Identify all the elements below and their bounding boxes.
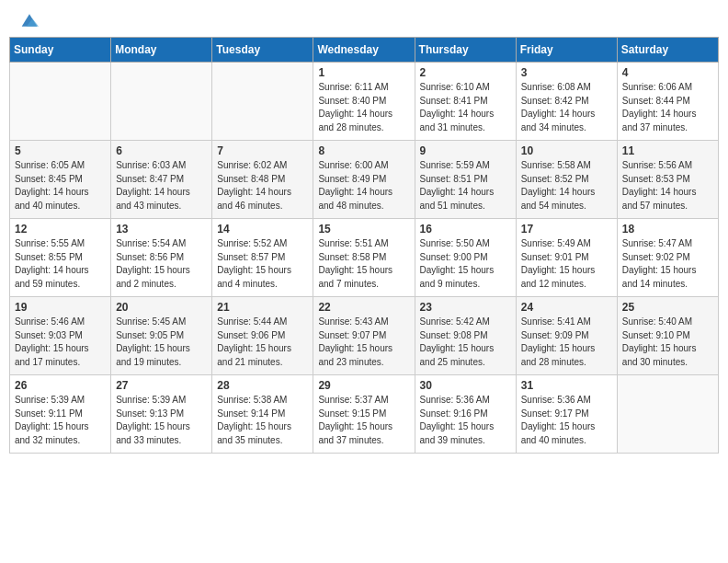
day-info: Sunrise: 5:36 AMSunset: 9:16 PMDaylight:… <box>420 394 511 447</box>
day-number: 23 <box>420 301 511 314</box>
calendar-cell: 1Sunrise: 6:11 AMSunset: 8:40 PMDaylight… <box>313 63 415 141</box>
calendar-cell: 16Sunrise: 5:50 AMSunset: 9:00 PMDayligh… <box>415 219 516 297</box>
day-number: 8 <box>318 144 409 157</box>
logo-icon <box>20 11 39 29</box>
day-info: Sunrise: 5:45 AMSunset: 9:05 PMDaylight:… <box>116 316 207 369</box>
day-number: 29 <box>318 379 409 392</box>
day-number: 27 <box>116 379 207 392</box>
calendar-cell: 22Sunrise: 5:43 AMSunset: 9:07 PMDayligh… <box>313 297 415 375</box>
day-number: 21 <box>217 301 308 314</box>
calendar-cell <box>10 63 111 141</box>
calendar-week-row: 26Sunrise: 5:39 AMSunset: 9:11 PMDayligh… <box>10 375 719 454</box>
day-info: Sunrise: 5:59 AMSunset: 8:51 PMDaylight:… <box>420 159 511 213</box>
calendar-cell: 24Sunrise: 5:41 AMSunset: 9:09 PMDayligh… <box>516 297 617 375</box>
day-info: Sunrise: 5:51 AMSunset: 8:58 PMDaylight:… <box>318 237 409 291</box>
calendar-cell: 26Sunrise: 5:39 AMSunset: 9:11 PMDayligh… <box>10 375 111 454</box>
day-number: 20 <box>116 301 207 314</box>
day-info: Sunrise: 5:39 AMSunset: 9:13 PMDaylight:… <box>116 394 207 447</box>
day-info: Sunrise: 5:41 AMSunset: 9:09 PMDaylight:… <box>521 316 612 369</box>
day-info: Sunrise: 5:36 AMSunset: 9:17 PMDaylight:… <box>521 394 612 447</box>
calendar-cell: 13Sunrise: 5:54 AMSunset: 8:56 PMDayligh… <box>111 219 212 297</box>
day-info: Sunrise: 6:08 AMSunset: 8:42 PMDaylight:… <box>521 81 612 134</box>
day-info: Sunrise: 6:00 AMSunset: 8:49 PMDaylight:… <box>318 159 409 213</box>
column-header-sunday: Sunday <box>10 38 111 63</box>
day-info: Sunrise: 6:03 AMSunset: 8:47 PMDaylight:… <box>116 159 207 213</box>
day-number: 5 <box>15 144 106 157</box>
day-info: Sunrise: 5:44 AMSunset: 9:06 PMDaylight:… <box>217 316 308 369</box>
calendar-cell: 18Sunrise: 5:47 AMSunset: 9:02 PMDayligh… <box>617 219 718 297</box>
day-info: Sunrise: 5:56 AMSunset: 8:53 PMDaylight:… <box>622 159 713 213</box>
day-number: 18 <box>622 223 713 236</box>
column-header-friday: Friday <box>516 38 617 63</box>
calendar-cell: 9Sunrise: 5:59 AMSunset: 8:51 PMDaylight… <box>415 141 516 219</box>
day-info: Sunrise: 5:39 AMSunset: 9:11 PMDaylight:… <box>15 394 106 447</box>
calendar-cell: 6Sunrise: 6:03 AMSunset: 8:47 PMDaylight… <box>111 141 212 219</box>
calendar-cell: 28Sunrise: 5:38 AMSunset: 9:14 PMDayligh… <box>212 375 313 454</box>
day-info: Sunrise: 6:06 AMSunset: 8:44 PMDaylight:… <box>622 81 713 134</box>
day-info: Sunrise: 5:43 AMSunset: 9:07 PMDaylight:… <box>318 316 409 369</box>
day-number: 16 <box>420 223 511 236</box>
calendar-cell: 17Sunrise: 5:49 AMSunset: 9:01 PMDayligh… <box>516 219 617 297</box>
day-number: 1 <box>318 66 409 79</box>
day-info: Sunrise: 5:46 AMSunset: 9:03 PMDaylight:… <box>15 316 106 369</box>
calendar-cell <box>617 375 718 454</box>
calendar-cell: 25Sunrise: 5:40 AMSunset: 9:10 PMDayligh… <box>617 297 718 375</box>
calendar-cell: 19Sunrise: 5:46 AMSunset: 9:03 PMDayligh… <box>10 297 111 375</box>
day-number: 6 <box>116 144 207 157</box>
day-number: 3 <box>521 66 612 79</box>
day-number: 24 <box>521 301 612 314</box>
day-number: 11 <box>622 144 713 157</box>
day-number: 12 <box>15 223 106 236</box>
calendar-cell: 4Sunrise: 6:06 AMSunset: 8:44 PMDaylight… <box>617 63 718 141</box>
calendar-week-row: 12Sunrise: 5:55 AMSunset: 8:55 PMDayligh… <box>10 219 719 297</box>
day-number: 30 <box>420 379 511 392</box>
day-info: Sunrise: 5:55 AMSunset: 8:55 PMDaylight:… <box>15 237 106 291</box>
calendar-cell: 2Sunrise: 6:10 AMSunset: 8:41 PMDaylight… <box>415 63 516 141</box>
calendar-cell: 29Sunrise: 5:37 AMSunset: 9:15 PMDayligh… <box>313 375 415 454</box>
day-info: Sunrise: 6:02 AMSunset: 8:48 PMDaylight:… <box>217 159 308 213</box>
column-header-monday: Monday <box>111 38 212 63</box>
day-number: 19 <box>15 301 106 314</box>
day-info: Sunrise: 5:58 AMSunset: 8:52 PMDaylight:… <box>521 159 612 213</box>
day-number: 7 <box>217 144 308 157</box>
day-info: Sunrise: 6:11 AMSunset: 8:40 PMDaylight:… <box>318 81 409 134</box>
day-number: 10 <box>521 144 612 157</box>
calendar-cell: 12Sunrise: 5:55 AMSunset: 8:55 PMDayligh… <box>10 219 111 297</box>
calendar-table: SundayMondayTuesdayWednesdayThursdayFrid… <box>9 37 719 454</box>
day-number: 15 <box>318 223 409 236</box>
calendar-cell: 10Sunrise: 5:58 AMSunset: 8:52 PMDayligh… <box>516 141 617 219</box>
day-info: Sunrise: 5:42 AMSunset: 9:08 PMDaylight:… <box>420 316 511 369</box>
calendar-cell: 7Sunrise: 6:02 AMSunset: 8:48 PMDaylight… <box>212 141 313 219</box>
day-info: Sunrise: 6:10 AMSunset: 8:41 PMDaylight:… <box>420 81 511 134</box>
page-header <box>0 0 728 33</box>
column-header-thursday: Thursday <box>415 38 516 63</box>
calendar-cell: 14Sunrise: 5:52 AMSunset: 8:57 PMDayligh… <box>212 219 313 297</box>
calendar-cell: 27Sunrise: 5:39 AMSunset: 9:13 PMDayligh… <box>111 375 212 454</box>
column-header-wednesday: Wednesday <box>313 38 415 63</box>
logo <box>18 11 39 29</box>
calendar-cell: 30Sunrise: 5:36 AMSunset: 9:16 PMDayligh… <box>415 375 516 454</box>
calendar-cell: 3Sunrise: 6:08 AMSunset: 8:42 PMDaylight… <box>516 63 617 141</box>
day-number: 31 <box>521 379 612 392</box>
day-info: Sunrise: 5:37 AMSunset: 9:15 PMDaylight:… <box>318 394 409 447</box>
calendar-week-row: 1Sunrise: 6:11 AMSunset: 8:40 PMDaylight… <box>10 63 719 141</box>
calendar-cell: 21Sunrise: 5:44 AMSunset: 9:06 PMDayligh… <box>212 297 313 375</box>
calendar-cell: 11Sunrise: 5:56 AMSunset: 8:53 PMDayligh… <box>617 141 718 219</box>
calendar-cell: 15Sunrise: 5:51 AMSunset: 8:58 PMDayligh… <box>313 219 415 297</box>
day-number: 22 <box>318 301 409 314</box>
calendar-cell: 23Sunrise: 5:42 AMSunset: 9:08 PMDayligh… <box>415 297 516 375</box>
day-info: Sunrise: 5:50 AMSunset: 9:00 PMDaylight:… <box>420 237 511 291</box>
day-number: 25 <box>622 301 713 314</box>
day-info: Sunrise: 5:49 AMSunset: 9:01 PMDaylight:… <box>521 237 612 291</box>
day-info: Sunrise: 5:38 AMSunset: 9:14 PMDaylight:… <box>217 394 308 447</box>
day-info: Sunrise: 5:40 AMSunset: 9:10 PMDaylight:… <box>622 316 713 369</box>
calendar-week-row: 5Sunrise: 6:05 AMSunset: 8:45 PMDaylight… <box>10 141 719 219</box>
day-info: Sunrise: 5:47 AMSunset: 9:02 PMDaylight:… <box>622 237 713 291</box>
day-number: 9 <box>420 144 511 157</box>
calendar-cell: 20Sunrise: 5:45 AMSunset: 9:05 PMDayligh… <box>111 297 212 375</box>
day-number: 4 <box>622 66 713 79</box>
day-number: 28 <box>217 379 308 392</box>
column-header-saturday: Saturday <box>617 38 718 63</box>
calendar-cell: 31Sunrise: 5:36 AMSunset: 9:17 PMDayligh… <box>516 375 617 454</box>
calendar-cell: 8Sunrise: 6:00 AMSunset: 8:49 PMDaylight… <box>313 141 415 219</box>
